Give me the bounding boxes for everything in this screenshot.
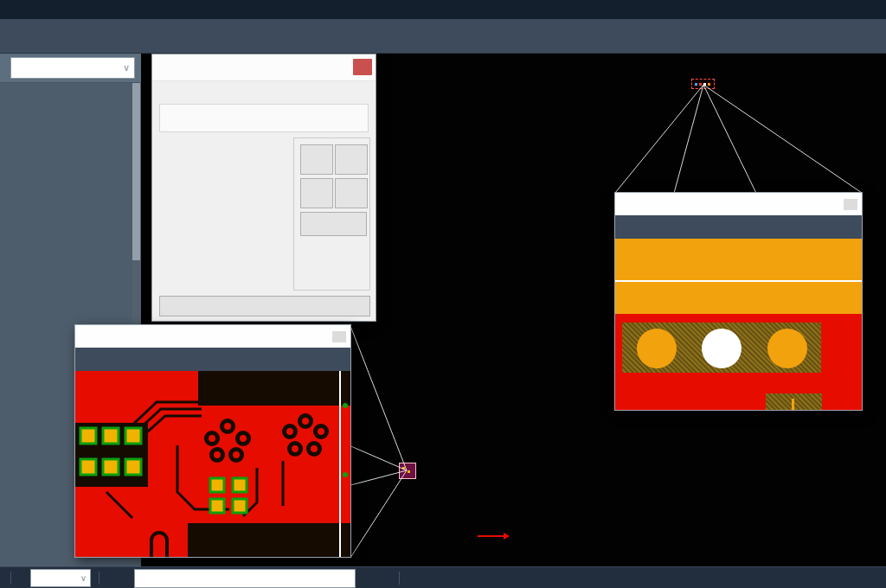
main-toolbar: [0, 19, 886, 54]
refresh-check-icon[interactable]: [375, 570, 391, 586]
rotate-cw-button[interactable]: [300, 144, 333, 175]
status-bar: ∨: [0, 566, 886, 588]
panel-direction-arrow: [478, 535, 504, 537]
close-icon[interactable]: [353, 59, 372, 75]
separator: [99, 572, 100, 585]
chevron-down-icon: ∨: [80, 573, 87, 583]
transform-panel: [293, 137, 370, 291]
step-select[interactable]: ∨: [10, 57, 135, 79]
window-button-icon[interactable]: [844, 199, 857, 210]
panel-rail-band: [615, 282, 862, 314]
magnifier-2-toolbar: [615, 215, 862, 239]
relative-origin-icon[interactable]: [107, 570, 124, 586]
window-button-icon[interactable]: [332, 331, 346, 342]
mirror-vertical-button[interactable]: [335, 178, 368, 208]
magnifier-2-title-bar[interactable]: [615, 193, 862, 215]
fill-mode-radio-group: [159, 104, 369, 132]
command-input[interactable]: [134, 569, 356, 588]
close-button[interactable]: [159, 296, 370, 316]
magnifier-window-1[interactable]: [74, 324, 351, 558]
graphic-options-dialog: [151, 54, 376, 322]
panel-rail-band: [615, 239, 862, 280]
rotate-ccw-button[interactable]: [335, 144, 368, 175]
tooling-hole-pad: [637, 329, 677, 368]
magnifier-2-view[interactable]: [615, 239, 862, 410]
menu-bar: [0, 0, 886, 19]
magnified-pcb-detail: [75, 371, 350, 557]
magnifier-source-marker-1: [399, 463, 416, 479]
magnifier-1-toolbar: [75, 348, 350, 371]
mirror-horizontal-button[interactable]: [300, 178, 333, 208]
cam-viewer-app: { "menu": {"items": [{"label":"File"},{"…: [0, 0, 886, 588]
magnifier-window-2[interactable]: [614, 192, 863, 411]
separator: [10, 572, 11, 585]
step-row: ∨: [0, 54, 141, 83]
reset-button[interactable]: [300, 212, 367, 236]
separator: [399, 572, 400, 585]
unit-select[interactable]: ∨: [30, 569, 91, 587]
tooling-hole-pad: [767, 329, 807, 368]
magnifier-source-marker-2: [691, 79, 715, 89]
tooling-hole-drill: [702, 329, 742, 368]
chevron-down-icon: ∨: [123, 62, 130, 74]
pad-detail: [792, 399, 794, 410]
magnifier-1-view[interactable]: [75, 371, 350, 557]
magnifier-1-title-bar[interactable]: [75, 325, 350, 348]
dialog-title-bar[interactable]: [152, 54, 376, 81]
